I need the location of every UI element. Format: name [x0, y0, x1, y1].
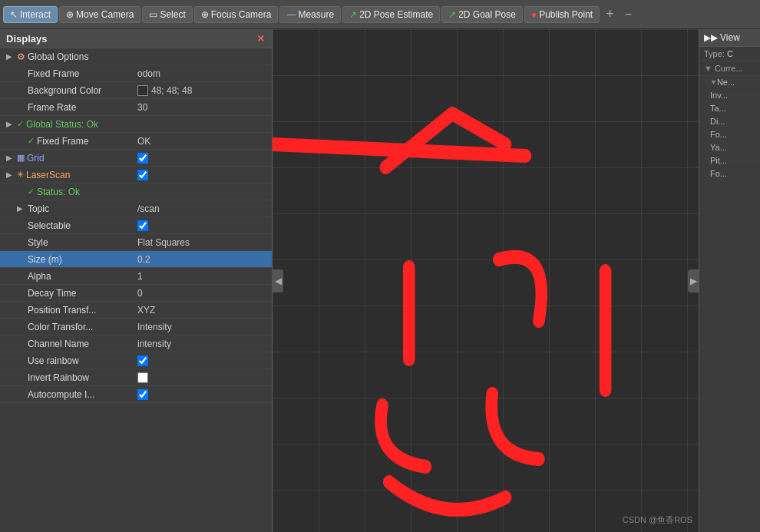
publish-point-label: Publish Point	[539, 9, 593, 20]
laser-scan-display	[273, 29, 699, 532]
tree-value-col-selectable	[134, 220, 272, 231]
tree-row-global-options[interactable]: ▶⚙Global Options	[0, 48, 272, 65]
right-panel-item-2[interactable]: Ta...	[699, 102, 760, 115]
remove-display-button[interactable]: −	[620, 6, 636, 23]
tree-label-text-selectable: Selectable	[28, 220, 71, 231]
tree-label-text-fixed-frame: Fixed Frame	[28, 68, 79, 79]
tree-row-decay-time[interactable]: Decay Time0	[0, 285, 272, 302]
tree-label-text-position-transform: Position Transf...	[28, 305, 96, 316]
tree-row-use-rainbow[interactable]: Use rainbow	[0, 352, 272, 369]
right-item-label-0: Ne...	[717, 78, 735, 87]
type-value: C	[727, 49, 733, 58]
tree-value-col-color-transform: Intensity	[134, 322, 272, 332]
right-panel-item-4[interactable]: Fo...	[699, 128, 760, 141]
add-display-button[interactable]: +	[601, 5, 619, 24]
tree-row-channel-name[interactable]: Channel Nameintensity	[0, 335, 272, 352]
tree-row-topic[interactable]: ▶Topic/scan	[0, 200, 272, 217]
checkbox-laserscan[interactable]	[137, 170, 148, 180]
tree-row-background-color[interactable]: Background Color48; 48; 48	[0, 82, 272, 99]
gear-icon-global-options: ⚙	[17, 51, 25, 62]
color-swatch-background-color[interactable]	[137, 85, 148, 96]
svg-line-0	[273, 144, 526, 156]
displays-tree: ▶⚙Global OptionsFixed FrameodomBackgroun…	[0, 48, 272, 532]
tree-value-text-position-transform: XYZ	[137, 305, 155, 316]
right-panel: ▶▶ View Type: C ▼ Curre... ▼ Ne...Inv...…	[699, 29, 760, 532]
checkbox-invert-rainbow[interactable]	[137, 372, 148, 383]
tree-row-position-transform[interactable]: Position Transf...XYZ	[0, 302, 272, 319]
tree-row-grid[interactable]: ▶▦Grid	[0, 150, 272, 167]
tree-row-alpha[interactable]: Alpha1	[0, 268, 272, 285]
check-icon-global-status: ✓	[17, 119, 24, 129]
tree-row-laserscan[interactable]: ▶✳LaserScan	[0, 167, 272, 183]
tree-row-fixed-frame-status[interactable]: ✓Fixed FrameOK	[0, 133, 272, 150]
tree-label-text-background-color: Background Color	[28, 85, 101, 96]
tree-row-color-transform[interactable]: Color Transfor...Intensity	[0, 319, 272, 335]
move-camera-button[interactable]: ⊕ Move Camera	[59, 6, 140, 23]
tree-label-text-style: Style	[28, 237, 48, 248]
toolbar: ↖ Interact ⊕ Move Camera ▭ Select ⊕ Focu…	[0, 0, 760, 29]
tree-label-text-decay-time: Decay Time	[28, 288, 76, 299]
move-camera-icon: ⊕	[66, 9, 74, 20]
current-view-section: ▼ Curre...	[699, 61, 760, 76]
expand-arrow-grid[interactable]: ▶	[6, 154, 17, 162]
collapse-right-button[interactable]: ▶	[688, 269, 699, 292]
tree-value-text-decay-time: 0	[137, 288, 143, 299]
checkbox-grid[interactable]	[137, 153, 148, 164]
2d-goal-button[interactable]: ↗ 2D Goal Pose	[441, 6, 523, 23]
checkbox-use-rainbow[interactable]	[137, 355, 148, 366]
right-item-label-5: Ya...	[710, 143, 727, 152]
expand-icon-right-0: ▼	[710, 78, 717, 86]
move-camera-label: Move Camera	[76, 9, 134, 20]
viewport[interactable]: ◀ ▶ CSDN @鱼香ROS	[273, 29, 699, 532]
tree-value-col-fixed-frame: odom	[134, 68, 272, 79]
expand-arrow-global-options[interactable]: ▶	[6, 52, 17, 61]
expand-arrow-topic[interactable]: ▶	[17, 204, 28, 213]
type-label: Type:	[704, 49, 725, 58]
tree-label-text-autocompute: Autocompute I...	[28, 389, 94, 400]
right-panel-item-5[interactable]: Ya...	[699, 141, 760, 154]
tree-row-frame-rate[interactable]: Frame Rate30	[0, 99, 272, 116]
2d-goal-icon: ↗	[448, 9, 456, 20]
view-panel-icon: ▶▶	[704, 32, 718, 43]
tree-row-style[interactable]: StyleFlat Squares	[0, 234, 272, 251]
interact-label: Interact	[20, 9, 51, 20]
right-panel-item-1[interactable]: Inv...	[699, 89, 760, 102]
tree-value-text-color-transform: Intensity	[137, 322, 172, 332]
right-panel-item-6[interactable]: Pit...	[699, 154, 760, 167]
right-panel-header: ▶▶ View	[699, 29, 760, 47]
collapse-left-button[interactable]: ◀	[273, 269, 283, 292]
select-icon: ▭	[149, 9, 157, 20]
checkbox-selectable[interactable]	[137, 220, 148, 231]
tree-value-text-fixed-frame-status: OK	[137, 136, 150, 147]
displays-close-button[interactable]: ✕	[256, 32, 266, 45]
interact-icon: ↖	[10, 9, 18, 20]
interact-button[interactable]: ↖ Interact	[3, 6, 58, 23]
tree-row-global-status[interactable]: ▶✓Global Status: Ok	[0, 116, 272, 133]
focus-camera-button[interactable]: ⊕ Focus Camera	[194, 6, 279, 23]
publish-point-button[interactable]: ● Publish Point	[524, 6, 600, 23]
tree-row-laserscan-status[interactable]: ✓Status: Ok	[0, 183, 272, 200]
tree-label-text-size: Size (m)	[28, 254, 62, 265]
current-view-label: Curre...	[715, 64, 743, 73]
tree-value-text-fixed-frame: odom	[137, 68, 160, 79]
tree-row-autocompute[interactable]: Autocompute I...	[0, 386, 272, 403]
expand-arrow-global-status[interactable]: ▶	[6, 120, 17, 128]
right-panel-item-7[interactable]: Fo...	[699, 167, 760, 180]
expand-arrow-laserscan[interactable]: ▶	[6, 170, 17, 179]
checkbox-autocompute[interactable]	[137, 389, 148, 400]
tree-row-invert-rainbow[interactable]: Invert Rainbow	[0, 369, 272, 386]
select-button[interactable]: ▭ Select	[142, 6, 192, 23]
tree-label-text-laserscan: LaserScan	[26, 170, 70, 180]
right-panel-item-3[interactable]: Di...	[699, 115, 760, 128]
right-item-label-7: Fo...	[710, 169, 727, 178]
tree-row-selectable[interactable]: Selectable	[0, 217, 272, 234]
left-panel: Displays ✕ ▶⚙Global OptionsFixed Frameod…	[0, 29, 273, 532]
tree-label-text-use-rainbow: Use rainbow	[28, 355, 79, 366]
measure-button[interactable]: — Measure	[279, 6, 341, 23]
right-panel-item-0[interactable]: ▼ Ne...	[699, 76, 760, 89]
2d-pose-button[interactable]: ↗ 2D Pose Estimate	[342, 6, 440, 23]
tree-value-text-background-color: 48; 48; 48	[151, 85, 192, 96]
check-icon-fixed-frame-status: ✓	[28, 136, 35, 146]
tree-row-fixed-frame[interactable]: Fixed Frameodom	[0, 65, 272, 82]
tree-row-size[interactable]: Size (m)0.2	[0, 251, 272, 268]
